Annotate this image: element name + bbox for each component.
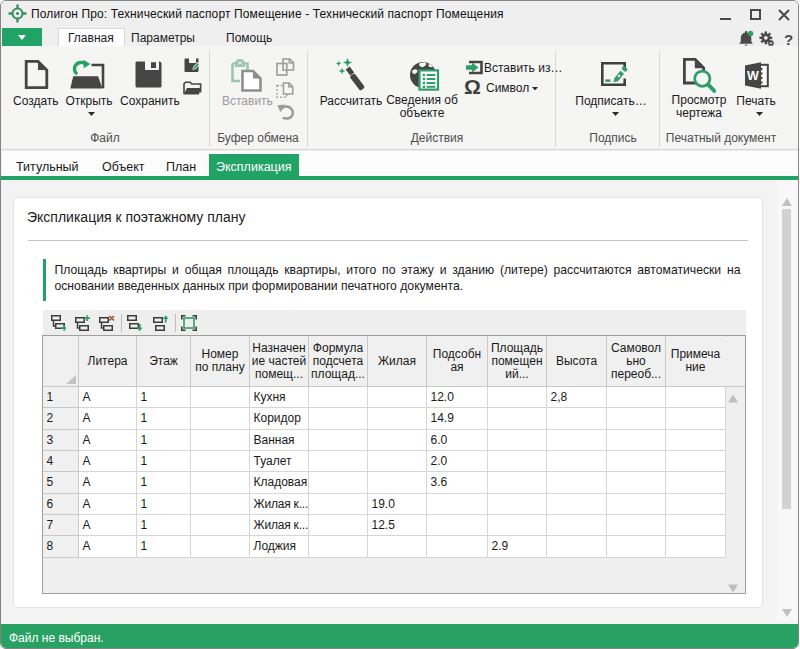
svg-text:W: W	[747, 69, 759, 83]
